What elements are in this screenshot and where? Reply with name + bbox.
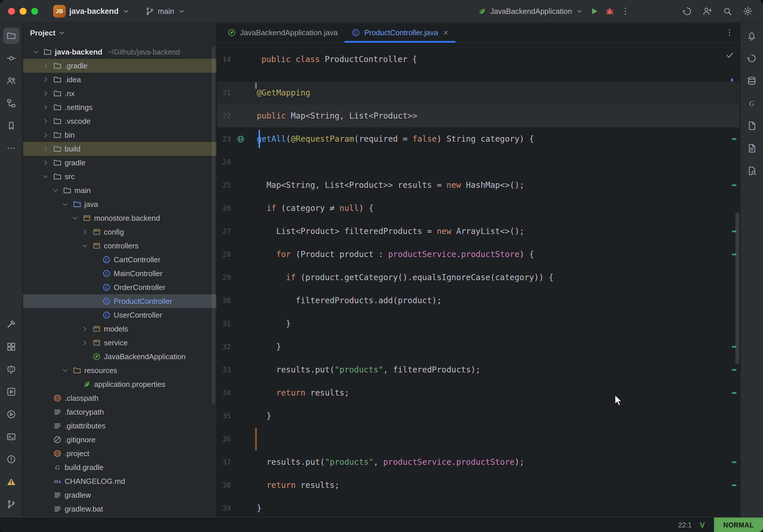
code-line[interactable]: 25Map<String, List<Product>> results = n… (217, 174, 740, 197)
search-icon[interactable] (722, 6, 732, 16)
notifications-button[interactable] (744, 28, 760, 44)
project-button[interactable] (3, 28, 19, 44)
tree-item[interactable]: src (23, 170, 216, 183)
tree-item[interactable]: Gbuild.gradle (23, 461, 216, 474)
close-tab-icon[interactable]: × (443, 28, 448, 37)
editor-tab[interactable]: JavaBackendApplication.java (220, 23, 345, 42)
chevron-down-icon[interactable] (41, 172, 50, 181)
code-line[interactable]: 26if (category ≠ null) { (217, 197, 740, 220)
chevron-down-icon[interactable] (60, 366, 70, 375)
project-panel-header[interactable]: Project (23, 23, 216, 43)
zoom-window-button[interactable] (31, 8, 38, 15)
chevron-down-icon[interactable] (70, 214, 80, 222)
line-number[interactable]: 25 (217, 181, 231, 189)
endpoint-globe-icon[interactable] (234, 135, 247, 144)
tree-item[interactable]: models (23, 322, 216, 336)
run-config-widget[interactable]: JavaBackendApplication (478, 7, 584, 16)
code-editor[interactable]: 14public class ProductController {21@Get… (217, 43, 740, 517)
line-number[interactable]: 26 (217, 204, 231, 212)
tree-item[interactable]: COrderController (23, 280, 216, 294)
code-line[interactable]: 24 (217, 151, 740, 174)
run-button[interactable] (589, 6, 599, 16)
chevron-right-icon[interactable] (41, 75, 50, 84)
project-widget[interactable]: JB java-backend (53, 5, 130, 18)
code-line[interactable]: 21@GetMapping (217, 81, 740, 104)
line-number[interactable]: 23 (217, 135, 231, 143)
structure-button[interactable] (3, 95, 19, 111)
tree-item[interactable]: .gradle (23, 59, 216, 73)
code-line[interactable]: 33results.put("products", filteredProduc… (217, 358, 740, 381)
tree-item[interactable]: service (23, 336, 216, 350)
tree-item[interactable]: CUserController (23, 308, 216, 322)
chevron-right-icon[interactable] (41, 89, 50, 98)
line-number[interactable]: 34 (217, 389, 231, 397)
warnings-button[interactable] (3, 474, 19, 490)
tree-item[interactable]: .gitattributes (23, 419, 216, 433)
tree-item[interactable]: JavaBackendApplication (23, 350, 216, 364)
code-with-me-icon[interactable] (703, 6, 712, 16)
run-tool-button[interactable] (3, 406, 19, 422)
tree-item[interactable]: .vscode (23, 114, 216, 128)
tree-item[interactable]: CCartController (23, 253, 216, 266)
tree-item[interactable]: CProductController (23, 294, 216, 308)
tree-item[interactable]: java-backend~/Github/java-backend (23, 45, 216, 59)
line-number[interactable]: 14 (217, 55, 231, 63)
code-line[interactable]: 32} (217, 335, 740, 358)
tree-item[interactable]: resources (23, 364, 216, 377)
line-number[interactable]: 21 (217, 89, 231, 97)
project-scrollbar[interactable] (212, 46, 215, 404)
code-line[interactable]: 38return results; (217, 474, 740, 497)
ideavim-icon[interactable]: V (700, 521, 705, 530)
tree-item[interactable]: .factorypath (23, 405, 216, 419)
fold-gap[interactable] (217, 71, 740, 81)
database-button[interactable] (744, 73, 760, 89)
code-line[interactable]: 28for (Product product : productService.… (217, 243, 740, 266)
code-line[interactable]: 31} (217, 312, 740, 335)
branch-widget[interactable]: main (145, 7, 185, 16)
tree-item[interactable]: .nx (23, 86, 216, 100)
tree-item[interactable]: .settings (23, 100, 216, 114)
chevron-right-icon[interactable] (80, 228, 89, 236)
line-number[interactable]: 27 (217, 227, 231, 235)
chevron-right-icon[interactable] (80, 325, 89, 333)
code-line[interactable]: 39} (217, 497, 740, 517)
tree-item[interactable]: .project (23, 447, 216, 461)
line-number[interactable]: 31 (217, 320, 231, 328)
gradle-button[interactable]: G (744, 95, 760, 111)
tree-item[interactable]: java (23, 197, 216, 211)
editor-tab[interactable]: CProductController.java× (345, 23, 455, 42)
tree-item[interactable]: gradlew.bat (23, 502, 216, 516)
code-line[interactable]: 27List<Product> filteredProducts = new A… (217, 220, 740, 243)
terminal-button[interactable] (3, 429, 19, 445)
caret-position[interactable]: 22:1 (678, 521, 692, 529)
line-number[interactable]: 29 (217, 273, 231, 281)
chevron-right-icon[interactable] (41, 61, 50, 70)
chevron-down-icon[interactable] (80, 242, 89, 250)
code-line[interactable]: 36 (217, 428, 740, 451)
tree-item[interactable]: bin (23, 128, 216, 142)
bookmarks-button[interactable] (3, 118, 19, 134)
close-window-button[interactable] (8, 8, 15, 15)
line-number[interactable]: 33 (217, 366, 231, 374)
chevron-right-icon[interactable] (41, 159, 50, 167)
code-line[interactable]: 34return results; (217, 381, 740, 404)
tree-item[interactable]: .idea (23, 73, 216, 86)
code-line[interactable]: 14public class ProductController { (217, 48, 740, 71)
tree-item[interactable]: CMainController (23, 266, 216, 280)
code-line[interactable]: 35} (217, 404, 740, 428)
code-line[interactable]: 30filteredProducts.add(product); (217, 289, 740, 312)
debug-button[interactable] (605, 6, 615, 16)
code-line[interactable]: 23getAll(@RequestParam(required = false)… (217, 128, 740, 151)
find-button[interactable] (744, 163, 760, 179)
line-number[interactable]: 38 (217, 481, 231, 489)
code-line[interactable]: 37results.put("products", productService… (217, 451, 740, 474)
tree-item[interactable]: monostore.backend (23, 211, 216, 225)
tree-item[interactable]: config (23, 225, 216, 239)
chevron-right-icon[interactable] (80, 338, 89, 347)
more-tools-button[interactable] (3, 140, 19, 157)
line-number[interactable]: 28 (217, 251, 231, 259)
ai-assistant-icon[interactable] (682, 6, 692, 16)
minimize-window-button[interactable] (20, 8, 27, 15)
chevron-down-icon[interactable] (60, 200, 70, 209)
line-number[interactable]: 22 (217, 112, 231, 120)
